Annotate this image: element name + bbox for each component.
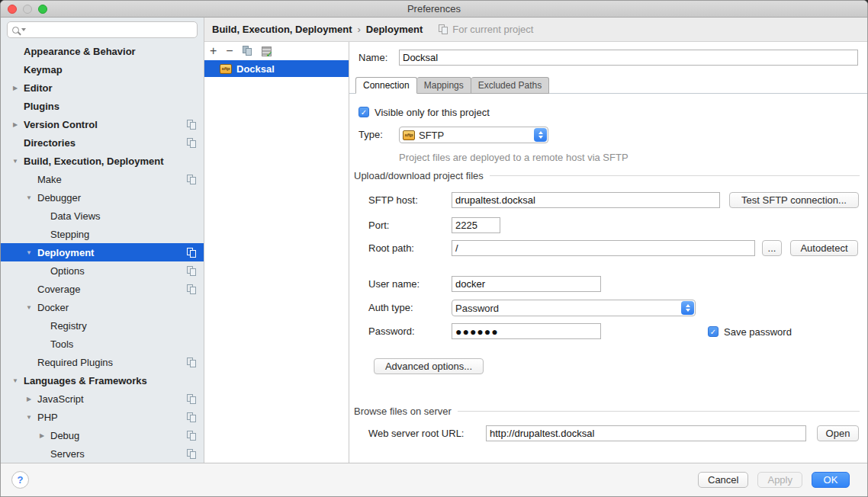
sidebar-item-label: Debugger [37,192,81,204]
auth-type-dropdown[interactable]: Password [452,300,696,316]
zoom-window-button[interactable] [38,5,47,14]
remove-server-button[interactable]: − [226,46,233,56]
sidebar-item-label: Editor [24,82,53,94]
close-window-button[interactable] [8,5,17,14]
sidebar-item-appearance-behavior[interactable]: Appearance & Behavior [1,42,204,60]
project-scope-icon [439,24,448,34]
sidebar-item-label: Version Control [24,119,98,130]
sidebar-item-build-execution-deployment[interactable]: ▼Build, Execution, Deployment [1,152,204,170]
sidebar-item-label: JavaScript [37,393,84,405]
save-password-checkbox[interactable]: ✓ [708,326,719,337]
type-dropdown[interactable]: sftp SFTP [399,127,548,143]
port-field[interactable] [452,217,500,233]
settings-search-box[interactable] [7,21,198,38]
sidebar-item-make[interactable]: Make [1,170,204,188]
preferences-window: Preferences Build, Execution, Deployment… [0,0,868,497]
apply-button[interactable]: Apply [757,472,802,488]
sidebar-item-plugins[interactable]: Plugins [1,97,204,115]
shared-settings-icon [187,394,197,404]
settings-search-input[interactable] [28,24,192,35]
add-server-button[interactable]: + [210,46,217,56]
search-options-chevron-icon[interactable] [21,28,26,31]
sidebar-item-keymap[interactable]: Keymap [1,60,204,79]
test-sftp-connection-button[interactable]: Test SFTP connection... [729,192,859,208]
expand-arrow-icon[interactable]: ▶ [9,85,21,91]
server-item-label: Docksal [236,63,275,75]
sidebar-item-data-views[interactable]: Data Views [1,207,204,225]
browse-section-title: Browse files on server [354,406,452,417]
password-field[interactable] [452,323,601,339]
server-list-toolbar: + − [204,42,349,60]
expand-arrow-icon[interactable]: ▶ [36,432,48,439]
sidebar-item-javascript[interactable]: ▶JavaScript [1,390,204,408]
tab-mappings[interactable]: Mappings [417,77,471,94]
section-divider [490,175,860,176]
sidebar-item-php[interactable]: ▼PHP [1,408,204,426]
type-help-text: Project files are deployed to a remote h… [399,152,628,163]
sidebar-item-registry[interactable]: Registry [1,316,204,335]
breadcrumb-parent[interactable]: Build, Execution, Deployment [212,24,352,35]
user-name-field[interactable] [452,276,601,292]
settings-tree: Appearance & BehaviorKeymap▶EditorPlugin… [1,42,204,463]
shared-settings-icon [187,266,197,276]
window-title: Preferences [1,3,867,14]
help-button[interactable]: ? [11,471,29,489]
shared-settings-icon [187,120,197,130]
shared-settings-icon [187,449,197,459]
autodetect-button[interactable]: Autodetect [790,240,858,256]
visible-only-checkbox[interactable]: ✓ [358,107,369,117]
save-password-row: ✓ Save password [708,325,792,338]
sidebar-item-label: Stepping [50,229,89,240]
web-root-field[interactable] [486,425,806,441]
sftp-host-field[interactable] [452,192,720,208]
sidebar-item-docker[interactable]: ▼Docker [1,298,204,316]
sidebar-item-debugger[interactable]: ▼Debugger [1,188,204,207]
cancel-button[interactable]: Cancel [698,472,748,488]
sidebar-item-deployment[interactable]: ▼Deployment [1,243,204,261]
type-label: Type: [358,127,383,143]
web-root-label: Web server root URL: [368,425,464,441]
advanced-options-button[interactable]: Advanced options... [374,358,484,374]
collapse-arrow-icon[interactable]: ▼ [9,158,21,165]
sidebar-item-label: Plugins [24,101,59,112]
expand-arrow-icon[interactable]: ▶ [23,396,35,402]
sidebar-item-label: Data Views [50,210,101,222]
root-path-field[interactable] [452,240,755,256]
collapse-arrow-icon[interactable]: ▼ [9,377,21,384]
sftp-type-icon: sftp [403,130,415,140]
ok-button[interactable]: OK [812,472,850,488]
titlebar: Preferences [1,1,867,18]
collapse-arrow-icon[interactable]: ▼ [23,304,35,311]
sidebar-item-editor[interactable]: ▶Editor [1,79,204,97]
sidebar-item-servers[interactable]: Servers [1,444,204,463]
sidebar-item-tools[interactable]: Tools [1,335,204,353]
name-field[interactable] [399,50,858,66]
collapse-arrow-icon[interactable]: ▼ [23,414,35,421]
tab-connection[interactable]: Connection [355,77,417,94]
sidebar-item-required-plugins[interactable]: Required Plugins [1,353,204,371]
sidebar-item-label: Options [50,265,85,277]
collapse-arrow-icon[interactable]: ▼ [23,249,35,256]
auth-type-value: Password [455,303,499,314]
sidebar-item-options[interactable]: Options [1,261,204,280]
sidebar-item-directories[interactable]: Directories [1,133,204,152]
server-item-docksal[interactable]: sftpDocksal [204,60,349,77]
collapse-arrow-icon[interactable]: ▼ [23,194,35,201]
tab-excluded-paths[interactable]: Excluded Paths [471,77,549,94]
breadcrumb: Build, Execution, Deployment › Deploymen… [204,18,867,42]
open-url-button[interactable]: Open [817,425,859,441]
sidebar-item-label: Required Plugins [37,357,113,368]
sidebar-item-languages-frameworks[interactable]: ▼Languages & Frameworks [1,371,204,390]
sidebar-item-stepping[interactable]: Stepping [1,225,204,243]
sidebar-item-version-control[interactable]: ▶Version Control [1,115,204,133]
breadcrumb-current: Deployment [366,24,423,35]
server-list-panel: + − sftpDocksal [204,42,349,463]
sidebar-item-label: Languages & Frameworks [24,375,147,386]
sidebar-item-debug[interactable]: ▶Debug [1,426,204,444]
traffic-lights [8,5,47,14]
expand-arrow-icon[interactable]: ▶ [9,121,21,128]
sidebar-item-coverage[interactable]: Coverage [1,280,204,298]
use-as-default-server-button[interactable] [262,46,272,56]
browse-root-path-button[interactable]: ... [762,240,782,256]
copy-server-button[interactable] [243,46,252,56]
